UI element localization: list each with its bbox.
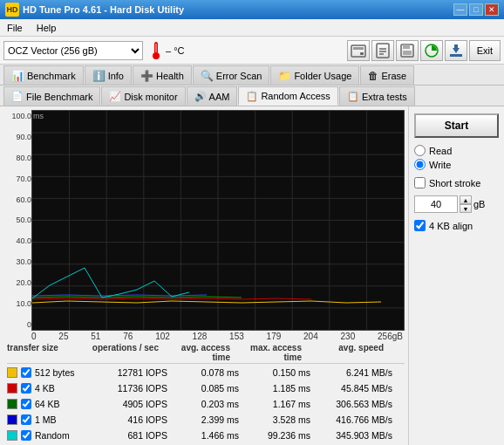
write-label: Write [429,160,451,170]
close-button[interactable]: ✕ [485,3,499,16]
info-icon [375,43,391,58]
svg-rect-5 [360,52,364,55]
svg-rect-12 [403,51,412,55]
temperature-indicator: – °C [148,40,185,61]
toolbar-btn-4[interactable] [420,40,443,61]
menu-file[interactable]: File [3,22,26,34]
y-label-80: 80.0 [3,154,31,162]
y-label-30: 30.0 [3,257,31,266]
label-4kb: 4 KB [35,383,87,394]
svg-rect-6 [377,44,389,58]
avg-speed-512: 6.241 MB/s [314,367,392,378]
spinner-up[interactable]: ▲ [460,195,472,204]
tab-extra-tests[interactable]: 📋 Extra tests [339,86,415,106]
label-512: 512 bytes [35,367,87,378]
tab-info-label: Info [108,71,124,81]
y-label-60: 60.0 [3,195,31,204]
write-radio[interactable] [414,159,426,170]
tab-folder-usage-label: Folder Usage [294,71,351,81]
tab-error-scan[interactable]: 🔍 Error Scan [193,65,270,85]
spinner-buttons[interactable]: ▲ ▼ [460,195,472,213]
tab-folder-usage[interactable]: 📁 Folder Usage [270,65,359,85]
tab-health[interactable]: ➕ Health [133,65,192,85]
tab-health-label: Health [156,71,184,81]
svg-rect-11 [403,44,410,49]
max-access-64kb: 1.167 ms [242,399,310,409]
max-access-random: 99.236 ms [242,430,310,441]
label-64kb: 64 KB [35,399,87,409]
chart-container: ms [31,110,405,331]
read-radio[interactable] [414,145,426,156]
radio-group: Read Write [414,145,499,170]
label-random: Random [35,430,87,441]
minimize-button[interactable]: — [453,3,467,16]
svg-rect-3 [351,45,365,57]
avg-speed-64kb: 306.563 MB/s [314,399,392,409]
kb-align-row: 4 KB align [414,220,499,231]
tab-erase[interactable]: 🗑 Erase [360,65,414,85]
chart-area: 100.0 90.0 80.0 70.0 60.0 50.0 40.0 30.0… [0,106,408,445]
checkbox-512[interactable] [21,367,31,378]
temp-value: – °C [166,45,185,56]
kb-align-label: 4 KB align [429,221,473,231]
menu-bar: File Help [0,19,504,37]
tab-random-access[interactable]: 📋 Random Access [238,86,337,106]
x-102: 102 [155,332,170,341]
color-swatch-4kb [7,383,17,394]
table-row: 4 KB 11736 IOPS 0.085 ms 1.185 ms 45.845… [7,380,405,396]
avg-speed-4kb: 45.845 MB/s [314,383,392,394]
table-row: Random 681 IOPS 1.466 ms 99.236 ms 345.9… [7,428,405,443]
y-axis-label: ms [33,112,44,120]
x-76: 76 [123,332,133,341]
start-button[interactable]: Start [414,113,499,138]
data-table: transfer size operations / sec avg. acce… [3,341,405,445]
spinner-down[interactable]: ▼ [460,204,472,213]
tab-disk-monitor[interactable]: 📈 Disk monitor [101,86,185,106]
gb-spinner-row: ▲ ▼ gB [414,195,499,213]
checkbox-1mb[interactable] [21,414,31,425]
tab-extra-tests-label: Extra tests [362,92,407,102]
header-transfer-size: transfer size [7,343,78,362]
ops-1mb: 416 IOPS [91,414,167,425]
main-content: 100.0 90.0 80.0 70.0 60.0 50.0 40.0 30.0… [0,106,504,445]
checkbox-64kb[interactable] [21,399,31,409]
y-label-100: 100.0 [3,112,31,120]
avg-access-512: 0.078 ms [171,367,239,378]
tab-info[interactable]: ℹ️ Info [85,65,132,85]
window-title: HD Tune Pro 4.61 - Hard Disk Utility [23,4,184,15]
table-header: transfer size operations / sec avg. acce… [7,343,405,364]
y-label-50: 50.0 [3,216,31,224]
x-230: 230 [341,332,356,341]
color-swatch-64kb [7,399,17,409]
short-stroke-label: Short stroke [429,178,480,188]
tab-file-benchmark[interactable]: 📄 File Benchmark [3,86,100,106]
menu-help[interactable]: Help [33,22,60,34]
checkbox-random[interactable] [21,430,31,441]
toolbar-btn-3[interactable] [396,40,419,61]
x-204: 204 [303,332,318,341]
toolbar-btn-5[interactable] [445,40,467,61]
window-controls[interactable]: — □ ✕ [453,3,499,16]
y-label-10: 10.0 [3,299,31,308]
kb-align-checkbox[interactable] [414,220,426,231]
tab-benchmark[interactable]: 📊 Benchmark [3,65,84,85]
toolbar-buttons[interactable]: Exit [347,40,501,61]
y-label-90: 90.0 [3,133,31,141]
gb-input[interactable] [414,195,458,213]
max-access-512: 0.150 ms [242,367,310,378]
toolbar-btn-1[interactable] [347,40,370,61]
toolbar: OCZ Vector (256 gB) – °C [0,37,504,65]
avg-speed-random: 345.903 MB/s [314,430,392,441]
exit-button[interactable]: Exit [469,40,501,61]
x-256: 256gB [378,332,403,341]
avg-access-1mb: 2.399 ms [171,414,239,425]
toolbar-btn-2[interactable] [371,40,394,61]
tab-aam[interactable]: 🔊 AAM [187,86,238,106]
tab-benchmark-label: Benchmark [27,71,76,81]
ops-512: 12781 IOPS [91,367,167,378]
checkbox-4kb[interactable] [21,383,31,394]
gb-label: gB [473,199,485,209]
short-stroke-checkbox[interactable] [414,177,426,188]
maximize-button[interactable]: □ [469,3,483,16]
disk-selector[interactable]: OCZ Vector (256 gB) [3,41,143,60]
